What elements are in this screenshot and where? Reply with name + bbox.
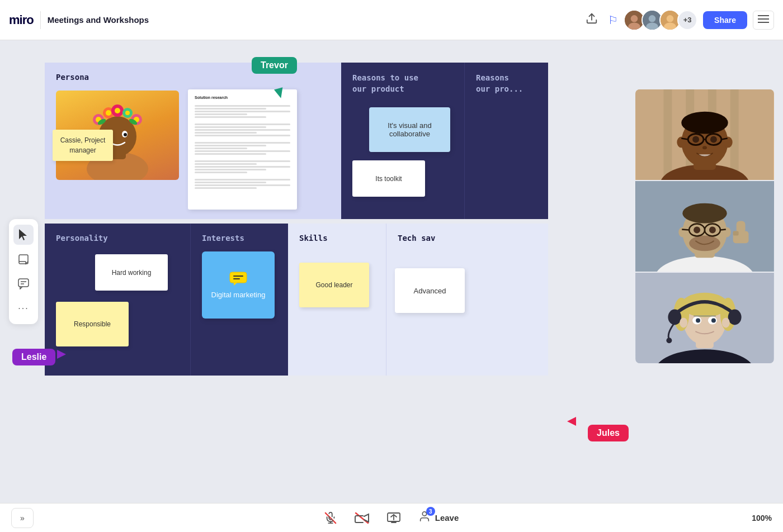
- canvas[interactable]: ··· Persona: [0, 40, 783, 503]
- camera-button[interactable]: [351, 509, 372, 528]
- svg-point-64: [682, 203, 727, 224]
- more-tools-button[interactable]: ···: [13, 298, 34, 319]
- mic-button[interactable]: [321, 509, 340, 528]
- bottom-bar: »: [0, 503, 783, 532]
- svg-rect-45: [730, 89, 739, 180]
- svg-point-6: [646, 22, 658, 30]
- interests-title: Interests: [202, 234, 277, 243]
- bottom-row: Personality Hard working Responsible Int…: [45, 224, 548, 376]
- expand-button[interactable]: »: [11, 508, 34, 528]
- personality-section: Personality Hard working Responsible: [45, 224, 190, 376]
- trevor-cursor-label: Trevor: [252, 57, 297, 74]
- svg-point-57: [692, 136, 699, 142]
- svg-point-31: [115, 108, 120, 113]
- top-row: Persona: [45, 63, 548, 219]
- svg-point-8: [667, 15, 674, 22]
- jules-cursor-label: Jules: [588, 425, 629, 441]
- svg-point-49: [681, 112, 728, 134]
- svg-rect-42: [663, 89, 672, 180]
- leslie-cursor-label: Leslie: [12, 349, 55, 365]
- svg-point-9: [664, 22, 676, 30]
- leave-button[interactable]: 3 Leave: [415, 507, 463, 529]
- persona-title: Persona: [56, 73, 330, 82]
- techsav-title: Tech sav: [398, 234, 537, 243]
- comment-tool-button[interactable]: [13, 274, 34, 294]
- techsav-section: Tech sav Advanced: [386, 224, 548, 376]
- reasons2-section: Reasonsour pro...: [464, 63, 548, 219]
- zoom-level: 100%: [752, 514, 772, 522]
- svg-line-98: [356, 513, 368, 523]
- skills-section: Skills Good leader: [288, 224, 386, 376]
- svg-point-87: [666, 338, 672, 343]
- left-toolbar: ···: [9, 219, 38, 324]
- svg-point-86: [728, 310, 742, 325]
- video-tile-1: [635, 89, 774, 180]
- board-area: Persona: [45, 63, 548, 376]
- svg-rect-16: [18, 279, 29, 287]
- svg-line-71: [682, 229, 689, 230]
- responsible-sticky: Responsible: [56, 302, 129, 346]
- visual-collaborative-sticky: It's visual and collaborative: [369, 107, 450, 152]
- miro-logo: miro: [9, 13, 34, 27]
- participant-count: 3: [426, 507, 435, 516]
- digital-marketing-label: Digital marketing: [211, 291, 266, 299]
- skills-title: Skills: [299, 234, 375, 243]
- personality-title: Personality: [56, 234, 179, 243]
- persona-name-sticky: Cassie, Project manager: [53, 130, 113, 161]
- menu-button[interactable]: [753, 11, 774, 30]
- svg-point-93: [711, 318, 716, 322]
- svg-point-65: [689, 235, 720, 251]
- avatar-count: +3: [677, 10, 697, 30]
- svg-line-72: [720, 229, 726, 230]
- reasons-title: Reasons to useour product: [352, 73, 453, 94]
- svg-point-67: [723, 227, 731, 237]
- svg-point-59: [702, 146, 707, 149]
- jules-cursor-arrow: [567, 417, 576, 426]
- digital-marketing-sticky: Digital marketing: [202, 251, 275, 319]
- good-leader-sticky: Good leader: [299, 263, 369, 307]
- advanced-sticky: Advanced: [395, 268, 465, 313]
- expand-label: »: [20, 514, 25, 522]
- svg-point-73: [694, 226, 700, 233]
- reasons-section: Reasons to useour product It's visual an…: [341, 63, 464, 219]
- svg-point-2: [631, 15, 638, 22]
- svg-marker-13: [19, 229, 27, 240]
- svg-point-33: [125, 111, 130, 115]
- svg-point-29: [106, 110, 111, 116]
- video-panel: [635, 89, 774, 363]
- video-tile-3: [635, 273, 774, 363]
- svg-point-5: [649, 15, 656, 22]
- avatar-group: +3: [624, 10, 697, 31]
- svg-point-66: [678, 227, 686, 237]
- reasons2-title: Reasonsour pro...: [476, 73, 537, 94]
- persona-section: Persona: [45, 63, 341, 219]
- svg-point-89: [722, 318, 730, 328]
- board-title: Meetings and Workshops: [48, 15, 576, 25]
- share-button[interactable]: Share: [703, 11, 747, 29]
- video-tile-2: [635, 181, 774, 272]
- topbar-right: ⚐: [608, 10, 774, 31]
- solution-research-doc: Solution research: [188, 89, 297, 210]
- svg-point-92: [696, 318, 700, 322]
- svg-point-85: [668, 310, 681, 325]
- svg-rect-38: [230, 272, 247, 283]
- svg-rect-77: [733, 231, 739, 235]
- leave-label: Leave: [435, 513, 459, 522]
- cursor-tool-button[interactable]: [13, 225, 34, 245]
- leave-container: 3 Leave: [415, 507, 463, 529]
- leslie-cursor-arrow: [57, 350, 66, 359]
- interests-section: Interests Digital marketing: [190, 224, 288, 376]
- sticky-tool-button[interactable]: [13, 249, 34, 269]
- upload-button[interactable]: [582, 9, 601, 31]
- svg-point-58: [710, 136, 717, 142]
- svg-point-74: [709, 226, 716, 233]
- svg-point-3: [628, 22, 640, 30]
- svg-point-25: [124, 133, 127, 136]
- screenshare-button[interactable]: [384, 509, 404, 527]
- svg-point-88: [680, 318, 687, 328]
- top-bar: miro Meetings and Workshops ⚐: [0, 0, 783, 40]
- hard-working-sticky: Hard working: [95, 254, 168, 291]
- divider: [40, 11, 41, 29]
- toolkit-sticky: Its toolkit: [352, 160, 425, 197]
- filter-icon[interactable]: ⚐: [608, 13, 618, 27]
